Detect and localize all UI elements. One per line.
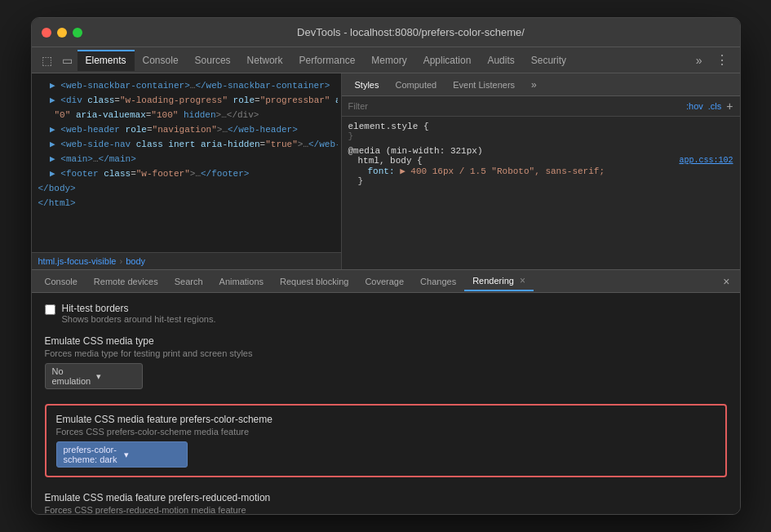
dom-line: ▶ <div class="w-loading-progress" role="… (35, 93, 338, 108)
traffic-lights (42, 28, 82, 38)
tab-application[interactable]: Application (415, 50, 480, 71)
rule-element-style: element.style { } (348, 122, 733, 141)
breadcrumb: html.js-focus-visible › body (32, 252, 341, 269)
content-area: ▶ <web-snackbar-container>…</web-snackba… (32, 73, 740, 269)
rule-selector: element.style { (348, 122, 733, 131)
prefers-reduced-motion-desc: Forces CSS prefers-reduced-motion media … (45, 505, 727, 514)
nav-menu-button[interactable]: ⋮ (709, 49, 735, 71)
mobile-icon[interactable]: ▭ (57, 51, 78, 70)
chevron-down-icon: ▾ (124, 450, 180, 460)
devtools-window: DevTools - localhost:8080/prefers-color-… (31, 17, 741, 515)
dom-line: "0" aria-valuemax="100" hidden>…</div> (35, 108, 338, 122)
tab-styles[interactable]: Styles (347, 77, 388, 93)
prefers-color-scheme-section: Emulate CSS media feature prefers-color-… (45, 404, 727, 477)
close-button[interactable] (42, 28, 51, 38)
styles-content: element.style { } @media (min-width: 321… (342, 117, 740, 269)
drawer-tabs: Console Remote devices Search Animations… (32, 270, 740, 293)
rule-media-query: @media (min-width: 321px) html, body { a… (348, 146, 733, 186)
tab-sources[interactable]: Sources (187, 50, 239, 71)
styles-panel: Styles Computed Event Listeners » :hov .… (342, 73, 740, 269)
dom-tree: ▶ <web-snackbar-container>…</web-snackba… (32, 73, 341, 252)
filter-add-button[interactable]: + (726, 100, 733, 113)
filter-hov-button[interactable]: :hov (686, 101, 703, 111)
hit-test-label: Hit-test borders Shows borders around hi… (62, 303, 216, 324)
dom-line: </html> (35, 196, 338, 211)
css-media-type-section: Emulate CSS media type Forces media type… (45, 335, 727, 389)
main-nav: ⬚ ▭ Elements Console Sources Network Per… (32, 47, 740, 73)
hit-test-checkbox[interactable] (45, 304, 55, 315)
tab-network[interactable]: Network (239, 50, 291, 71)
rule-source-link[interactable]: app.css:102 (679, 156, 733, 165)
style-tabs-more[interactable]: » (526, 76, 542, 94)
tab-elements[interactable]: Elements (78, 50, 135, 71)
titlebar: DevTools - localhost:8080/prefers-color-… (32, 18, 740, 47)
bottom-drawer: Console Remote devices Search Animations… (32, 269, 740, 514)
breadcrumb-separator: › (119, 256, 122, 266)
prefers-reduced-motion-title: Emulate CSS media feature prefers-reduce… (45, 492, 727, 503)
tab-performance[interactable]: Performance (291, 50, 364, 71)
drawer-tab-coverage[interactable]: Coverage (357, 273, 412, 290)
breadcrumb-item-body[interactable]: body (126, 256, 145, 266)
filter-cls-button[interactable]: .cls (708, 101, 722, 111)
inspect-icon[interactable]: ⬚ (37, 51, 57, 70)
breadcrumb-item-html[interactable]: html.js-focus-visible (38, 256, 117, 266)
style-tabs: Styles Computed Event Listeners » (342, 73, 740, 96)
tab-event-listeners[interactable]: Event Listeners (445, 77, 523, 93)
nav-more-button[interactable]: » (689, 51, 709, 70)
dom-line: </body> (35, 181, 338, 196)
rule-media-selector: @media (min-width: 321px) (348, 146, 733, 156)
drawer-tab-close-icon[interactable]: × (520, 275, 525, 286)
hit-test-desc: Shows borders around hit-test regions. (62, 314, 216, 324)
maximize-button[interactable] (73, 28, 82, 38)
dom-panel: ▶ <web-snackbar-container>…</web-snackba… (32, 73, 342, 269)
dom-line: ▶ <web-header role="navigation">…</web-h… (35, 122, 338, 137)
tab-memory[interactable]: Memory (363, 50, 414, 71)
hit-test-title: Hit-test borders (62, 303, 216, 314)
filter-input[interactable] (348, 101, 682, 111)
dom-line: ▶ <main>…</main> (35, 152, 338, 166)
drawer-tab-console[interactable]: Console (37, 273, 86, 290)
drawer-close-button[interactable]: × (718, 275, 734, 288)
rule-val-font: ▶ 400 16px / 1.5 "Roboto", sans-serif; (400, 166, 605, 176)
rule-prop-font: font: (368, 166, 395, 176)
tab-audits[interactable]: Audits (479, 50, 522, 71)
rendering-content: Hit-test borders Shows borders around hi… (32, 293, 740, 514)
drawer-tab-remote-devices[interactable]: Remote devices (86, 273, 166, 290)
drawer-tab-animations[interactable]: Animations (211, 273, 272, 290)
dom-line: ▶ <web-snackbar-container>…</web-snackba… (35, 78, 338, 93)
drawer-tab-search[interactable]: Search (166, 273, 211, 290)
tab-computed[interactable]: Computed (387, 77, 445, 93)
css-media-type-select[interactable]: No emulation ▾ (45, 363, 143, 389)
prefers-reduced-motion-section: Emulate CSS media feature prefers-reduce… (45, 492, 727, 514)
filter-bar: :hov .cls + (342, 96, 740, 117)
tab-security[interactable]: Security (523, 50, 574, 71)
drawer-tab-changes[interactable]: Changes (412, 273, 464, 290)
prefers-color-scheme-title: Emulate CSS media feature prefers-color-… (56, 414, 716, 425)
drawer-tab-request-blocking[interactable]: Request blocking (272, 273, 357, 290)
drawer-tab-rendering[interactable]: Rendering × (464, 272, 534, 291)
css-media-type-title: Emulate CSS media type (45, 335, 727, 347)
css-media-type-desc: Forces media type for testing print and … (45, 348, 727, 358)
tab-console[interactable]: Console (135, 50, 187, 71)
minimize-button[interactable] (57, 28, 67, 38)
chevron-down-icon: ▾ (96, 371, 135, 382)
prefers-color-scheme-select[interactable]: prefers-color-scheme: dark ▾ (56, 441, 188, 468)
window-title: DevTools - localhost:8080/prefers-color-… (92, 26, 730, 38)
dom-line: ▶ <web-side-nav class inert aria-hidden=… (35, 137, 338, 152)
hit-test-section: Hit-test borders Shows borders around hi… (45, 303, 727, 324)
prefers-color-scheme-desc: Forces CSS prefers-color-scheme media fe… (56, 427, 716, 437)
rule-nested-selector: html, body { (358, 156, 423, 166)
dom-line: ▶ <footer class="w-footer">…</footer> (35, 166, 338, 181)
